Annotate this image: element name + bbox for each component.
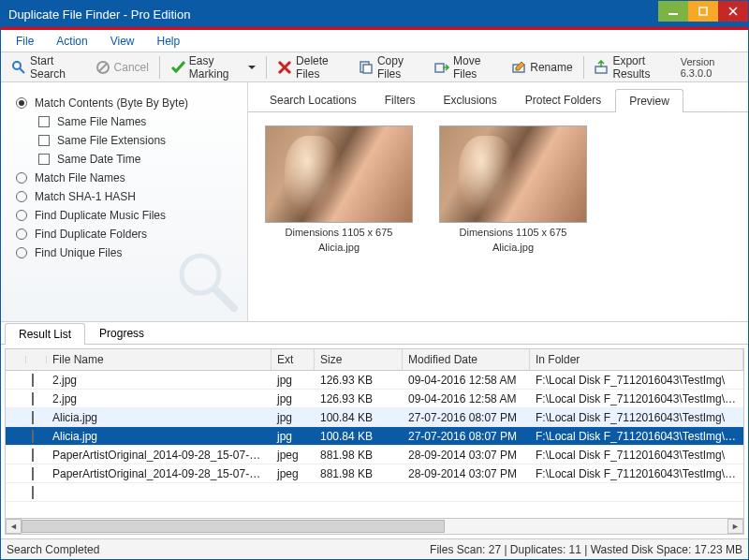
tab-progress[interactable]: Progress xyxy=(85,322,158,344)
table-row[interactable]: PaperArtistOriginal_2014-09-28_15-07-06.… xyxy=(6,446,743,464)
radio-icon xyxy=(16,191,27,202)
menu-file[interactable]: File xyxy=(5,32,45,51)
svg-rect-5 xyxy=(363,65,372,73)
move-files-button[interactable]: Move Files xyxy=(428,52,503,83)
app-window: Duplicate File Finder - Pro Edition File… xyxy=(0,0,749,560)
checkbox-icon xyxy=(38,135,50,146)
radio-icon xyxy=(16,97,27,109)
results-grid: File Name Ext Size Modified Date In Fold… xyxy=(5,348,744,535)
checkbox-icon[interactable] xyxy=(32,392,34,405)
grid-body[interactable]: 2.jpgjpg126.93 KB09-04-2016 12:58 AMF:\L… xyxy=(6,371,743,518)
preview-dimensions-2: Dimensions 1105 x 675 xyxy=(460,227,567,238)
title-bar: Duplicate File Finder - Pro Edition xyxy=(1,1,748,27)
separator xyxy=(159,56,160,79)
preview-dimensions-1: Dimensions 1105 x 675 xyxy=(286,227,393,238)
delete-icon xyxy=(277,60,292,75)
rename-button[interactable]: Rename xyxy=(505,57,579,78)
scroll-track[interactable] xyxy=(22,519,727,534)
copy-icon xyxy=(359,60,374,75)
scroll-thumb[interactable] xyxy=(22,520,445,533)
svg-rect-6 xyxy=(435,64,444,72)
opt-same-file-names[interactable]: Same File Names xyxy=(16,112,232,131)
right-panel: Search Locations Filters Exclusions Prot… xyxy=(248,82,748,321)
tab-exclusions[interactable]: Exclusions xyxy=(429,88,510,111)
svg-rect-0 xyxy=(668,13,678,15)
delete-files-button[interactable]: Delete Files xyxy=(271,52,350,83)
col-marker[interactable] xyxy=(6,356,26,363)
table-row[interactable]: PaperArtistOriginal_2014-09-28_15-07-06.… xyxy=(6,464,743,483)
radio-icon xyxy=(16,210,27,221)
tab-filters[interactable]: Filters xyxy=(371,88,430,111)
scroll-right-button[interactable]: ► xyxy=(727,519,743,534)
grid-header: File Name Ext Size Modified Date In Fold… xyxy=(6,349,743,371)
radio-icon xyxy=(16,247,27,258)
opt-match-sha1[interactable]: Match SHA-1 HASH xyxy=(16,187,232,206)
tab-preview[interactable]: Preview xyxy=(615,89,683,112)
tab-search-locations[interactable]: Search Locations xyxy=(256,88,371,111)
status-text: Search Completed xyxy=(7,543,99,556)
window-maximize-button[interactable] xyxy=(688,1,718,22)
cancel-icon xyxy=(95,60,110,75)
easy-marking-button[interactable]: Easy Marking xyxy=(164,52,262,83)
col-ext[interactable]: Ext xyxy=(272,349,315,370)
version-label: Version 6.3.0.0 xyxy=(681,56,744,79)
col-folder[interactable]: In Folder xyxy=(530,349,743,370)
tab-protect-folders[interactable]: Protect Folders xyxy=(511,88,615,111)
opt-match-file-names[interactable]: Match File Names xyxy=(16,169,232,187)
magnifier-watermark-icon xyxy=(174,248,240,314)
radio-icon xyxy=(16,172,27,184)
result-tabs: Result List Progress xyxy=(1,322,748,345)
table-row-partial[interactable] xyxy=(6,483,743,502)
checkbox-icon[interactable] xyxy=(32,411,34,424)
preview-image-1[interactable] xyxy=(265,125,413,223)
separator xyxy=(583,56,584,79)
opt-same-date-time[interactable]: Same Date Time xyxy=(16,150,232,169)
cancel-button[interactable]: Cancel xyxy=(89,57,155,78)
menu-help[interactable]: Help xyxy=(146,32,192,51)
checkbox-icon[interactable] xyxy=(32,374,34,387)
window-close-button[interactable] xyxy=(718,1,748,22)
col-filename[interactable]: File Name xyxy=(47,349,272,370)
check-icon xyxy=(170,60,185,75)
toolbar: Start Search Cancel Easy Marking Delete … xyxy=(1,52,748,82)
horizontal-scrollbar[interactable]: ◄ ► xyxy=(6,518,743,534)
preview-filename-2: Alicia.jpg xyxy=(492,242,534,253)
chevron-down-icon xyxy=(245,61,256,74)
location-tabs: Search Locations Filters Exclusions Prot… xyxy=(248,82,748,112)
opt-dup-folders[interactable]: Find Duplicate Folders xyxy=(16,225,232,243)
preview-thumb-1: Dimensions 1105 x 675 Alicia.jpg xyxy=(265,125,413,308)
checkbox-icon[interactable] xyxy=(32,449,34,462)
menu-view[interactable]: View xyxy=(99,32,146,51)
options-and-preview: Match Contents (Byte By Byte) Same File … xyxy=(1,82,748,322)
table-row[interactable]: 2.jpgjpg126.93 KB09-04-2016 12:58 AMF:\L… xyxy=(6,371,743,390)
preview-image-2[interactable] xyxy=(439,125,587,223)
col-size[interactable]: Size xyxy=(315,349,403,370)
checkbox-icon[interactable] xyxy=(32,430,34,443)
col-check[interactable] xyxy=(26,356,47,363)
start-search-button[interactable]: Start Search xyxy=(5,52,87,83)
svg-point-2 xyxy=(13,62,21,69)
opt-same-file-ext[interactable]: Same File Extensions xyxy=(16,131,232,150)
table-row[interactable]: Alicia.jpgjpg100.84 KB27-07-2016 08:07 P… xyxy=(6,408,743,427)
export-icon xyxy=(594,60,609,75)
table-row[interactable]: 2.jpgjpg126.93 KB09-04-2016 12:58 AMF:\L… xyxy=(6,390,743,408)
menu-action[interactable]: Action xyxy=(45,32,98,51)
window-minimize-button[interactable] xyxy=(658,1,688,22)
tab-result-list[interactable]: Result List xyxy=(5,323,85,345)
radio-icon xyxy=(16,228,27,240)
col-modified[interactable]: Modified Date xyxy=(403,349,530,370)
opt-music-files[interactable]: Find Duplicate Music Files xyxy=(16,206,232,225)
copy-files-button[interactable]: Copy Files xyxy=(352,52,426,83)
export-results-button[interactable]: Export Results xyxy=(587,52,678,83)
checkbox-icon xyxy=(38,116,50,127)
checkbox-icon[interactable] xyxy=(32,486,34,499)
app-title: Duplicate File Finder - Pro Edition xyxy=(8,7,658,22)
scroll-left-button[interactable]: ◄ xyxy=(6,519,22,534)
move-icon xyxy=(434,60,449,75)
checkbox-icon[interactable] xyxy=(32,467,34,480)
preview-thumb-2: Dimensions 1105 x 675 Alicia.jpg xyxy=(439,125,587,308)
opt-match-contents[interactable]: Match Contents (Byte By Byte) xyxy=(16,94,232,112)
svg-rect-8 xyxy=(595,66,607,73)
search-options-panel: Match Contents (Byte By Byte) Same File … xyxy=(1,82,248,321)
table-row-selected[interactable]: Alicia.jpgjpg100.84 KB27-07-2016 08:07 P… xyxy=(6,427,743,446)
